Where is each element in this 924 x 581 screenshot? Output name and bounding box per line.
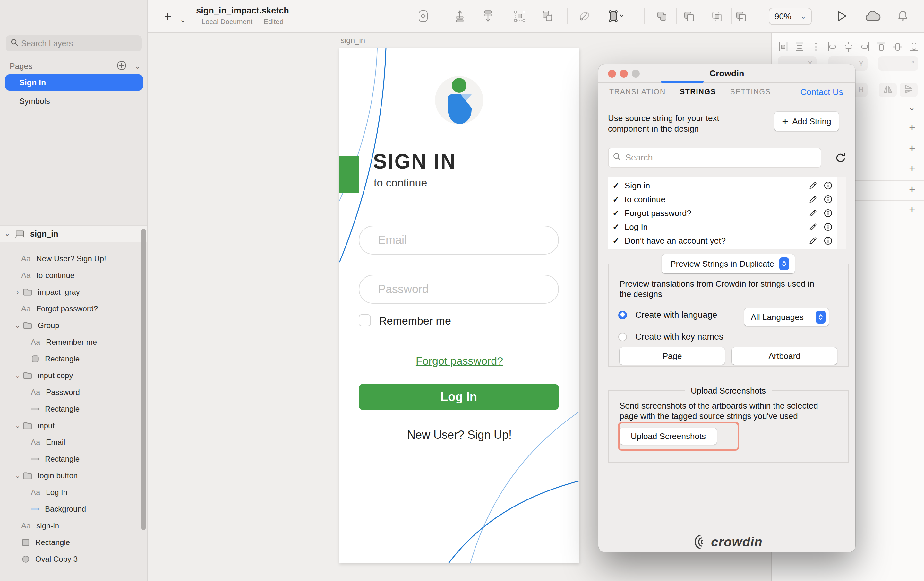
edit-string-icon[interactable] bbox=[808, 181, 817, 190]
layer-row-login-button[interactable]: ⌄login button bbox=[0, 467, 147, 484]
layer-row-rectangle[interactable]: Rectangle bbox=[0, 401, 147, 417]
dialog-tab-translation[interactable]: TRANSLATION bbox=[609, 88, 666, 96]
group-icon[interactable] bbox=[513, 9, 527, 23]
resize-icon[interactable] bbox=[606, 9, 620, 23]
layer-row-oval-copy-3[interactable]: Oval Copy 3 bbox=[0, 551, 147, 568]
forgot-password-link[interactable]: Forgot password? bbox=[340, 355, 579, 367]
edit-string-icon[interactable] bbox=[808, 195, 817, 204]
upload-screenshots-button[interactable]: Upload Screenshots bbox=[620, 428, 717, 445]
string-info-icon[interactable] bbox=[823, 209, 833, 218]
edit-string-icon[interactable] bbox=[808, 222, 817, 232]
source-string-row[interactable]: ✓ Don’t have an account yet? bbox=[608, 234, 837, 248]
symbol-icon[interactable] bbox=[416, 9, 430, 23]
sign-in-artboard[interactable]: SIGN IN to continue Email Password Remem… bbox=[340, 48, 579, 563]
artboard-button[interactable]: Artboard bbox=[732, 347, 837, 365]
string-info-icon[interactable] bbox=[823, 222, 833, 232]
layer-row-input-copy[interactable]: ⌄input copy bbox=[0, 367, 147, 384]
align-middle-icon[interactable] bbox=[891, 40, 904, 53]
rotation-field[interactable]: ° bbox=[878, 56, 918, 71]
add-string-button[interactable]: + Add String bbox=[774, 112, 839, 131]
preview-strings-dropdown[interactable]: Preview Strings in Duplicate bbox=[662, 254, 795, 273]
chevron-down-icon[interactable]: ⌄ bbox=[0, 230, 15, 238]
source-string-row[interactable]: ✓ Forgot password? bbox=[608, 206, 837, 220]
align-right-icon[interactable] bbox=[858, 40, 871, 53]
source-string-row[interactable]: ✓ Sign in bbox=[608, 179, 837, 193]
overflow-dots-icon[interactable] bbox=[810, 40, 822, 53]
create-with-language-option[interactable]: Create with language bbox=[618, 310, 717, 320]
layer-row-sign-in[interactable]: Aasign-in bbox=[0, 517, 147, 534]
layer-row-email[interactable]: AaEmail bbox=[0, 434, 147, 451]
dialog-tab-strings[interactable]: STRINGS bbox=[680, 88, 716, 96]
add-style-icon[interactable]: + bbox=[909, 162, 915, 175]
sign-up-link[interactable]: New User? Sign Up! bbox=[340, 428, 579, 442]
source-string-row[interactable]: ✓ Log In bbox=[608, 220, 837, 234]
collapse-pages-icon[interactable]: ⌄ bbox=[134, 61, 141, 71]
sidebar-scrollbar[interactable] bbox=[142, 228, 146, 530]
contact-us-link[interactable]: Contact Us bbox=[800, 87, 843, 97]
layer-row-impact-gray[interactable]: ›impact_gray bbox=[0, 284, 147, 300]
align-center-horizontal-icon[interactable] bbox=[842, 40, 855, 53]
union-icon[interactable] bbox=[655, 9, 669, 23]
layer-row-password[interactable]: AaPassword bbox=[0, 384, 147, 401]
chevron-down-icon[interactable]: ⌄ bbox=[13, 372, 23, 379]
strings-list-scrollbar[interactable] bbox=[837, 177, 846, 249]
align-bottom-icon[interactable] bbox=[908, 40, 921, 53]
chevron-down-icon[interactable]: ⌄ bbox=[13, 322, 23, 329]
layer-row-rectangle[interactable]: Rectangle bbox=[0, 534, 147, 551]
edit-string-icon[interactable] bbox=[808, 209, 817, 218]
remember-me-checkbox[interactable] bbox=[359, 314, 371, 326]
layer-row-rectangle[interactable]: Rectangle bbox=[0, 451, 147, 467]
chevron-right-icon[interactable]: › bbox=[13, 288, 23, 296]
ungroup-icon[interactable] bbox=[540, 9, 554, 23]
layer-row-group[interactable]: ⌄Group bbox=[0, 317, 147, 334]
layer-row-background[interactable]: Background bbox=[0, 501, 147, 517]
add-style-icon[interactable]: + bbox=[909, 142, 915, 154]
refresh-strings-icon[interactable] bbox=[834, 152, 847, 164]
string-search-input[interactable]: Search bbox=[608, 148, 821, 167]
zoom-level-select[interactable]: 90% ⌄ bbox=[769, 8, 812, 25]
edit-string-icon[interactable] bbox=[808, 236, 817, 245]
insert-chevron-icon[interactable]: ⌄ bbox=[180, 14, 186, 25]
language-select[interactable]: All Languages bbox=[744, 308, 829, 326]
move-forward-icon[interactable] bbox=[453, 9, 467, 23]
string-info-icon[interactable] bbox=[823, 195, 833, 204]
vector-edit-icon[interactable] bbox=[578, 9, 592, 23]
dialog-tab-settings[interactable]: SETTINGS bbox=[730, 88, 771, 96]
distribute-horizontal-icon[interactable] bbox=[777, 40, 790, 53]
layer-row-remember-me[interactable]: AaRemember me bbox=[0, 334, 147, 351]
log-in-button[interactable]: Log In bbox=[359, 384, 559, 410]
add-style-icon[interactable]: + bbox=[909, 121, 915, 134]
insert-plus-button[interactable]: + bbox=[164, 11, 171, 22]
artboard-group-row[interactable]: ⌄ sign_in bbox=[0, 225, 147, 242]
password-field[interactable]: Password bbox=[359, 275, 559, 304]
sidebar-page-symbols[interactable]: Symbols bbox=[5, 93, 143, 109]
artboard-canvas-label[interactable]: sign_in bbox=[341, 36, 365, 45]
layer-row-rectangle[interactable]: Rectangle bbox=[0, 351, 147, 367]
create-with-key-names-option[interactable]: Create with key names bbox=[618, 332, 723, 342]
add-style-icon[interactable]: + bbox=[909, 183, 915, 195]
page-button[interactable]: Page bbox=[620, 347, 725, 365]
chevron-down-icon[interactable]: ⌄ bbox=[13, 422, 23, 429]
flip-vertical-button[interactable] bbox=[899, 83, 917, 97]
chevron-down-icon[interactable]: ⌄ bbox=[908, 103, 915, 113]
add-style-icon[interactable]: + bbox=[909, 204, 915, 216]
email-field[interactable]: Email bbox=[359, 226, 559, 255]
add-page-icon[interactable] bbox=[116, 60, 127, 73]
chevron-down-icon[interactable]: ⌄ bbox=[13, 472, 23, 480]
distribute-vertical-icon[interactable] bbox=[793, 40, 806, 53]
flip-horizontal-button[interactable] bbox=[879, 83, 897, 97]
align-left-icon[interactable] bbox=[826, 40, 839, 53]
subtract-icon[interactable] bbox=[682, 9, 696, 23]
cloud-icon[interactable] bbox=[864, 9, 878, 23]
string-info-icon[interactable] bbox=[823, 236, 833, 245]
sidebar-page-sign-in[interactable]: Sign In bbox=[5, 74, 143, 91]
source-string-row[interactable]: ✓ to continue bbox=[608, 192, 837, 206]
string-info-icon[interactable] bbox=[823, 181, 833, 190]
move-backward-icon[interactable] bbox=[481, 9, 495, 23]
intersect-icon[interactable] bbox=[710, 9, 724, 23]
play-icon[interactable] bbox=[834, 9, 848, 23]
layer-row-input[interactable]: ⌄input bbox=[0, 417, 147, 434]
layer-row-to-continue[interactable]: Aato-continue bbox=[0, 267, 147, 284]
search-layers-input[interactable]: Search Layers bbox=[6, 35, 142, 51]
layer-row-forgot-password-[interactable]: AaForgot password? bbox=[0, 300, 147, 317]
